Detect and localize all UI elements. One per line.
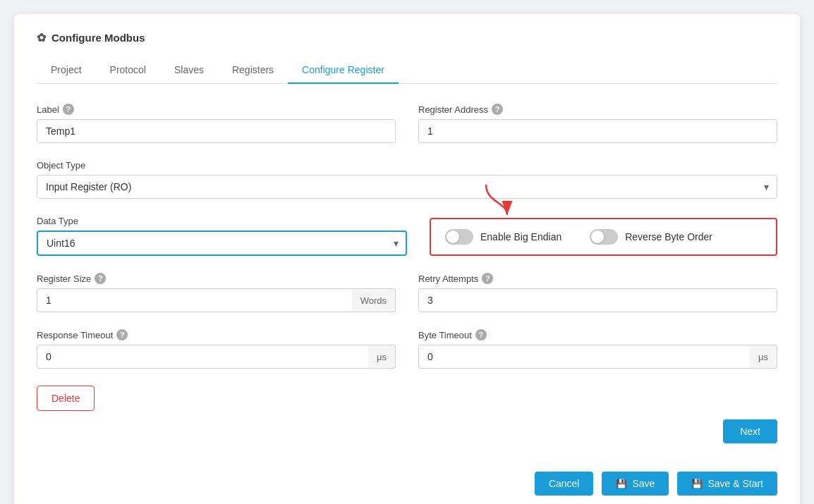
row-label-address: Label ? Register Address ? (37, 104, 777, 143)
save-button[interactable]: 💾 Save (602, 472, 669, 496)
delete-row: Delete (37, 386, 777, 411)
tab-configure-register[interactable]: Configure Register (288, 57, 399, 84)
label-field-label: Label ? (37, 104, 396, 115)
group-response-timeout: Response Timeout ? μs (37, 329, 396, 369)
byte-timeout-suffix: μs (750, 345, 777, 369)
group-object-type: Object Type Input Register (RO) Holding … (37, 160, 777, 199)
group-byte-timeout: Byte Timeout ? μs (418, 329, 777, 369)
save-start-floppy-icon: 💾 (691, 479, 703, 489)
retry-attempts-help-icon[interactable]: ? (482, 273, 493, 284)
toggles-box: Enable Big Endian Reverse Byte Order (430, 218, 777, 256)
register-size-label: Register Size ? (37, 273, 396, 284)
register-address-input[interactable] (418, 119, 777, 143)
row-data-type: Data Type Uint16 Int16 Uint32 Int32 Floa… (37, 216, 777, 256)
app-title: Configure Modbus (51, 32, 145, 44)
bottom-bar: Cancel 💾 Save 💾 Save & Start (37, 460, 777, 496)
group-label: Label ? (37, 104, 396, 143)
toggle-group-big-endian: Enable Big Endian (445, 229, 561, 245)
byte-timeout-input[interactable] (418, 345, 750, 369)
object-type-select-wrapper: Input Register (RO) Holding Register (RW… (37, 175, 777, 199)
response-timeout-input-group: μs (37, 345, 396, 369)
save-floppy-icon: 💾 (616, 479, 627, 489)
tab-slaves[interactable]: Slaves (160, 57, 218, 84)
tab-bar: Project Protocol Slaves Registers Config… (37, 57, 777, 84)
label-help-icon[interactable]: ? (63, 104, 74, 115)
object-type-select[interactable]: Input Register (RO) Holding Register (RW… (37, 175, 777, 199)
tab-protocol[interactable]: Protocol (96, 57, 160, 84)
register-size-input-group: Words (37, 288, 396, 312)
delete-button[interactable]: Delete (37, 386, 95, 411)
card-title: ✿ Configure Modbus (37, 31, 777, 44)
data-type-select[interactable]: Uint16 Int16 Uint32 Int32 Float32 Bool (37, 231, 407, 256)
register-size-help-icon[interactable]: ? (95, 273, 106, 284)
enable-big-endian-toggle[interactable] (445, 229, 473, 245)
register-size-input[interactable] (37, 288, 352, 312)
response-timeout-label: Response Timeout ? (37, 329, 396, 340)
gear-icon: ✿ (37, 31, 46, 44)
row-register-retry: Register Size ? Words Retry Attempts ? (37, 273, 777, 312)
toggles-container: Enable Big Endian Reverse Byte Order (430, 218, 777, 256)
byte-timeout-label: Byte Timeout ? (418, 329, 777, 340)
row-object-type: Object Type Input Register (RO) Holding … (37, 160, 777, 199)
object-type-label: Object Type (37, 160, 777, 171)
group-register-address: Register Address ? (418, 104, 777, 143)
group-retry-attempts: Retry Attempts ? (418, 273, 777, 312)
save-start-button[interactable]: 💾 Save & Start (677, 472, 777, 496)
register-address-label: Register Address ? (418, 104, 777, 115)
byte-timeout-help-icon[interactable]: ? (475, 329, 487, 340)
response-timeout-help-icon[interactable]: ? (116, 329, 128, 340)
register-size-suffix: Words (352, 288, 396, 312)
response-timeout-suffix: μs (368, 345, 396, 369)
group-data-type: Data Type Uint16 Int16 Uint32 Int32 Floa… (37, 216, 407, 256)
toggle-group-reverse-byte: Reverse Byte Order (590, 229, 712, 245)
group-register-size: Register Size ? Words (37, 273, 396, 312)
data-type-select-wrapper: Uint16 Int16 Uint32 Int32 Float32 Bool ▾ (37, 231, 407, 256)
data-type-label: Data Type (37, 216, 407, 226)
tab-registers[interactable]: Registers (218, 57, 288, 84)
retry-attempts-input[interactable] (418, 288, 777, 312)
reverse-byte-order-label: Reverse Byte Order (625, 231, 712, 242)
enable-big-endian-label: Enable Big Endian (480, 231, 561, 242)
next-row: Next (37, 419, 777, 443)
label-input[interactable] (37, 119, 396, 143)
reverse-byte-order-toggle[interactable] (590, 229, 618, 245)
byte-timeout-input-group: μs (418, 345, 777, 369)
next-button[interactable]: Next (723, 419, 777, 443)
register-address-help-icon[interactable]: ? (492, 104, 503, 115)
cancel-button[interactable]: Cancel (535, 472, 594, 496)
row-timeouts: Response Timeout ? μs Byte Timeout ? μs (37, 329, 777, 369)
main-card: ✿ Configure Modbus Project Protocol Slav… (14, 14, 800, 504)
response-timeout-input[interactable] (37, 345, 368, 369)
retry-attempts-label: Retry Attempts ? (418, 273, 777, 284)
tab-project[interactable]: Project (37, 57, 96, 84)
